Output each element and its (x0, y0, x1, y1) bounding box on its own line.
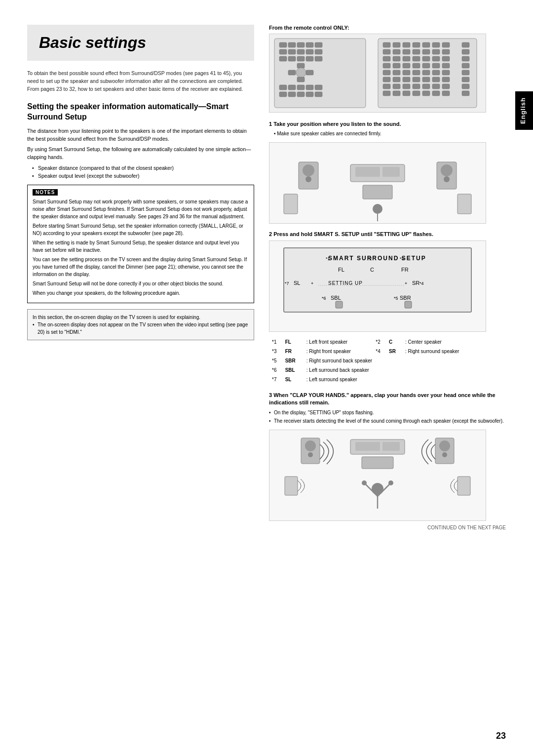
sss-diagram: SMART SURROUND SETUP FL C FR *1 *2 *3 SL… (269, 240, 486, 332)
clap-diagram (269, 430, 486, 521)
svg-point-101 (305, 176, 311, 182)
legend-code: SBR (283, 357, 304, 365)
remote-label: From the remote control ONLY: (269, 25, 506, 31)
step3-area: 3 When "CLAP YOUR HANDS." appears, clap … (269, 392, 506, 425)
legend-row: *6 SBL : Left surround back speaker (270, 366, 485, 374)
svg-text:SETTING  UP: SETTING UP (328, 280, 363, 286)
svg-rect-39 (462, 42, 469, 47)
legend-num: *6 (270, 366, 282, 374)
svg-rect-52 (422, 56, 430, 61)
svg-point-18 (296, 68, 306, 78)
svg-rect-25 (315, 85, 322, 90)
speaker-diagram-svg (274, 145, 481, 221)
svg-rect-75 (413, 77, 420, 82)
intro-text: To obtain the best possible sound effect… (27, 70, 254, 93)
svg-rect-45 (432, 49, 440, 54)
step2-heading-text: 2 Press and hold SMART S. SETUP until "S… (269, 231, 433, 237)
svg-text:*7: *7 (285, 281, 289, 286)
intro-paragraph: To obtain the best possible sound effect… (27, 70, 254, 93)
legend-num: *5 (270, 357, 282, 365)
svg-rect-22 (288, 85, 296, 90)
legend-code: SBL (283, 366, 304, 374)
svg-text:*3: *3 (400, 256, 404, 261)
svg-rect-73 (393, 77, 400, 82)
svg-rect-108 (284, 194, 298, 214)
svg-rect-49 (393, 56, 400, 61)
svg-point-147 (388, 480, 393, 485)
legend-code: FL (283, 338, 304, 346)
step3-heading: 3 When "CLAP YOUR HANDS." appears, clap … (269, 392, 506, 407)
svg-text:*4: *4 (419, 281, 424, 286)
legend-code: FR (283, 347, 304, 356)
svg-rect-20 (297, 77, 305, 82)
legend-desc: : Center speaker (403, 338, 485, 346)
svg-text:SMART  SURROUND  SETUP: SMART SURROUND SETUP (328, 255, 426, 262)
svg-rect-90 (403, 91, 410, 96)
svg-point-142 (372, 483, 383, 495)
svg-rect-60 (422, 63, 430, 68)
info-box-text: In this section, the on-screen display o… (33, 314, 249, 336)
right-column: From the remote control ONLY: (269, 25, 506, 530)
svg-rect-74 (403, 77, 410, 82)
continued-text: CONTINUED ON THE NEXT PAGE (269, 525, 506, 530)
svg-rect-91 (413, 91, 420, 96)
svg-rect-51 (413, 56, 420, 61)
legend-num: *3 (270, 347, 282, 356)
svg-rect-67 (413, 70, 420, 75)
svg-rect-16 (297, 63, 305, 68)
svg-text:C: C (370, 267, 374, 273)
svg-rect-46 (442, 49, 450, 54)
svg-rect-63 (462, 63, 469, 68)
svg-text:FL: FL (338, 267, 344, 273)
step1-heading: 1 Take your position where you listen to… (269, 120, 506, 128)
svg-rect-37 (432, 42, 440, 47)
remote-svg (269, 34, 486, 113)
svg-rect-34 (403, 42, 410, 47)
svg-rect-41 (393, 49, 400, 54)
legend-table: *1 FL : Left front speaker *2 C : Center… (269, 337, 486, 385)
legend-row: *1 FL : Left front speaker *2 C : Center… (270, 338, 485, 346)
svg-rect-97 (355, 167, 380, 177)
svg-rect-70 (442, 70, 450, 75)
svg-rect-79 (462, 77, 469, 82)
svg-rect-40 (383, 49, 390, 54)
legend-row: *3 FR : Right front speaker *4 SR : Righ… (270, 347, 485, 356)
svg-rect-12 (288, 56, 296, 61)
svg-text:+: + (311, 281, 313, 286)
step3-heading-text: 3 When "CLAP YOUR HANDS." appears, clap … (269, 392, 495, 405)
svg-text:SL: SL (294, 280, 300, 286)
svg-text:SBR: SBR (400, 295, 411, 301)
legend-code: C (387, 338, 402, 346)
legend-desc: : Left surround back speaker (305, 366, 402, 374)
svg-rect-55 (462, 56, 469, 61)
step1-note: Make sure speaker cables are connected f… (269, 130, 506, 137)
svg-point-100 (303, 164, 314, 176)
section-heading-text: Setting the speaker information automati… (27, 102, 228, 121)
svg-point-140 (442, 452, 447, 457)
svg-rect-98 (382, 167, 400, 177)
svg-point-104 (444, 176, 450, 182)
svg-rect-78 (442, 77, 450, 82)
svg-rect-35 (413, 42, 420, 47)
svg-rect-141 (362, 457, 393, 469)
info-box: In this section, the on-screen display o… (27, 309, 254, 340)
notes-label: NOTES (33, 189, 58, 196)
legend-num: *2 (374, 338, 386, 346)
svg-rect-57 (393, 63, 400, 68)
svg-rect-24 (306, 85, 313, 90)
svg-point-136 (305, 440, 316, 451)
svg-rect-32 (383, 42, 390, 47)
info-box-main: In this section, the on-screen display o… (33, 314, 249, 321)
step2-heading: 2 Press and hold SMART S. SETUP until "S… (269, 231, 506, 238)
section-para2: By using Smart Surround Setup, the follo… (27, 146, 254, 161)
english-tab: English (515, 91, 533, 130)
note-item: Before starting Smart Surround Setup, se… (33, 222, 249, 237)
legend-code: SR (387, 347, 402, 356)
svg-rect-134 (382, 442, 400, 451)
svg-rect-85 (432, 84, 440, 89)
svg-rect-19 (306, 70, 313, 75)
svg-rect-64 (383, 70, 390, 75)
legend-desc: : Right surround back speaker (305, 357, 402, 365)
svg-rect-92 (422, 91, 430, 96)
svg-rect-68 (422, 70, 430, 75)
